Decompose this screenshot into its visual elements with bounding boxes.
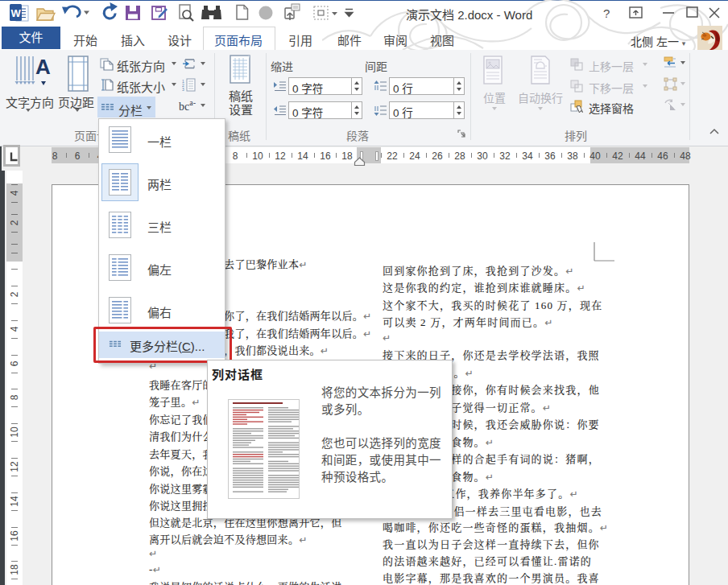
- svg-text:?: ?: [603, 6, 610, 20]
- svg-text:W: W: [11, 7, 22, 19]
- svg-text:3: 3: [182, 87, 184, 92]
- svg-text:A: A: [35, 55, 51, 79]
